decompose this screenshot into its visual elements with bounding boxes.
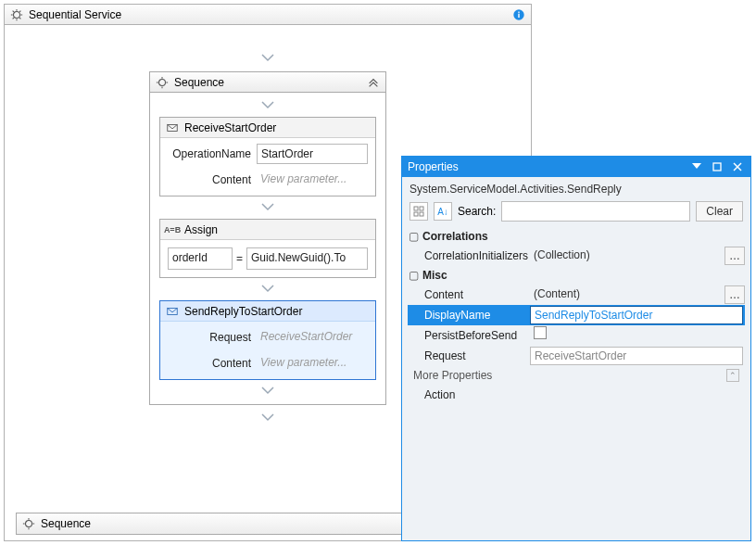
sendreply-body: Request ReceiveStartOrder Content View p… [160,322,375,379]
property-value[interactable]: ReceiveStartOrder [530,347,743,365]
more-properties-label: More Properties [413,369,492,382]
property-value-input[interactable]: SendReplyToStartOrder [530,306,743,324]
info-icon[interactable] [512,8,525,21]
svg-line-5 [13,10,14,11]
gear-icon [10,8,23,21]
svg-rect-25 [713,163,721,171]
gear-icon [156,76,169,89]
category-correlations[interactable]: ▢Correlations [408,227,745,246]
receive-title: ReceiveStartOrder [184,121,276,134]
assign-icon: A=B [166,223,179,236]
properties-toolbar: A↓ Search: Clear [402,201,750,227]
sequential-service-header[interactable]: Sequential Service [5,5,531,25]
connector [8,47,527,70]
content-link[interactable]: View parameter... [257,353,368,374]
operation-name-input[interactable]: StartOrder [257,144,368,164]
property-value[interactable] [530,386,743,404]
request-row: Request ReceiveStartOrder [168,327,368,348]
content-label: Content [168,173,251,186]
clear-button[interactable]: Clear [696,201,743,222]
collapse-icon[interactable] [367,76,380,89]
property-display-name[interactable]: DisplayName SendReplyToStartOrder [408,305,745,325]
connector [150,380,385,402]
property-persist-before-send[interactable]: PersistBeforeSend [408,325,745,346]
receive-icon [166,121,179,134]
category-label: Correlations [422,230,488,243]
property-content[interactable]: Content (Content) … [408,285,745,305]
operation-name-row: OperationName StartOrder [168,144,368,164]
chevron-down-icon [260,412,275,425]
category-label: Misc [422,269,447,282]
ellipsis-button[interactable]: … [724,247,745,265]
operation-name-label: OperationName [168,147,251,160]
content-row: Content View parameter... [168,170,368,190]
assign-title: Assign [184,223,218,236]
content-row: Content View parameter... [168,353,368,374]
property-name: CorrelationInitializers [408,249,530,262]
svg-rect-11 [518,11,519,12]
collapse-toggle-icon[interactable]: ▢ [408,269,419,282]
content-label: Content [168,357,251,370]
property-action[interactable]: Action [408,385,745,405]
window-dropdown-icon[interactable] [689,160,704,173]
sequence-activity[interactable]: Sequence ReceiveStartOrder [149,71,386,405]
property-value[interactable] [530,326,743,345]
request-value[interactable]: ReceiveStartOrder [257,327,368,348]
properties-title: Properties [408,160,684,173]
assign-activity[interactable]: A=B Assign orderId = Guid.NewGuid().To [159,219,376,278]
collapse-toggle-icon[interactable]: ▢ [408,230,419,243]
svg-line-6 [19,18,20,19]
sequential-service-title: Sequential Service [29,8,121,21]
properties-grid: ▢Correlations CorrelationInitializers (C… [402,227,750,405]
property-name: Action [408,388,530,401]
assign-value-input[interactable]: Guid.NewGuid().To [246,247,368,270]
sequence-title: Sequence [174,76,224,89]
property-value[interactable]: (Collection) [530,247,723,265]
svg-line-8 [19,10,20,11]
search-label: Search: [458,205,496,218]
connector [150,278,385,300]
property-correlation-initializers[interactable]: CorrelationInitializers (Collection) … [408,246,745,266]
assign-header[interactable]: A=B Assign [160,220,375,240]
connector [150,196,385,219]
property-name: DisplayName [408,309,530,322]
close-icon[interactable] [730,160,745,173]
connector [150,95,385,117]
svg-rect-29 [420,207,423,210]
chevron-down-icon [260,385,275,398]
receive-activity[interactable]: ReceiveStartOrder OperationName StartOrd… [159,117,376,196]
chevron-down-icon [260,52,275,65]
chevron-down-icon [260,283,275,296]
receive-header[interactable]: ReceiveStartOrder [160,118,375,138]
property-name: PersistBeforeSend [408,329,530,342]
chevron-down-icon [260,99,275,112]
svg-rect-31 [420,212,423,216]
properties-panel: Properties System.ServiceModel.Activitie… [401,156,751,541]
equals-label: = [236,252,243,265]
category-misc[interactable]: ▢Misc [408,266,745,285]
pin-icon[interactable] [710,160,724,173]
expand-icon[interactable]: ⌃ [726,369,739,382]
sequence-header[interactable]: Sequence [150,72,385,93]
svg-point-0 [14,11,20,18]
properties-titlebar[interactable]: Properties [402,157,750,177]
more-properties[interactable]: More Properties ⌃ [408,366,745,385]
property-name: Content [408,288,530,301]
property-value[interactable]: (Content) [530,285,723,304]
content-link[interactable]: View parameter... [257,170,368,190]
svg-rect-28 [414,207,418,210]
search-input[interactable] [501,201,690,222]
categorized-icon[interactable] [410,202,428,221]
chevron-down-icon [260,201,275,214]
ellipsis-button[interactable]: … [724,285,745,304]
sendreply-activity[interactable]: SendReplyToStartOrder Request ReceiveSta… [159,300,376,380]
assign-to-input[interactable]: orderId [168,247,233,270]
checkbox[interactable] [534,326,547,339]
svg-point-12 [159,79,166,85]
property-request[interactable]: Request ReceiveStartOrder [408,346,745,366]
receive-body: OperationName StartOrder Content View pa… [160,138,375,196]
sendreply-header[interactable]: SendReplyToStartOrder [160,301,375,322]
alphabetical-sort-icon[interactable]: A↓ [434,202,452,221]
svg-line-7 [13,18,14,19]
svg-rect-10 [518,13,519,17]
